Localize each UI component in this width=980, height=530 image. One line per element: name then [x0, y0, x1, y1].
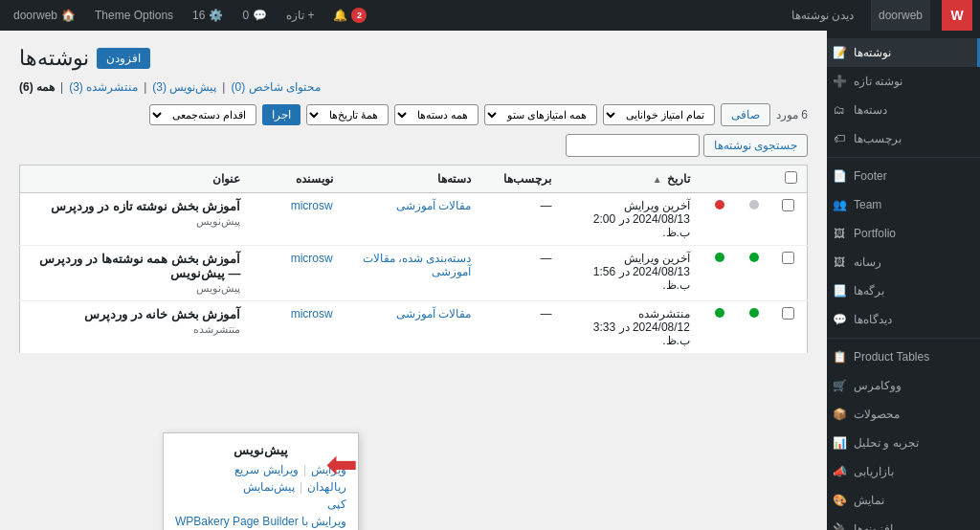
- date-sort-icon: ▲: [653, 174, 662, 185]
- table-row: آخرین ویرایش 2024/08/13 در 2:00 ب.ظ. — م…: [20, 193, 808, 246]
- sidebar-item-analytics[interactable]: تجربه و تحلیل 📊: [827, 429, 980, 457]
- page-title-area: افزودن نوشته‌ها: [19, 46, 808, 71]
- adminbar-notifications[interactable]: 2 🔔: [327, 0, 372, 31]
- pages-icon: 📃: [831, 282, 848, 299]
- amtiyazat-filter[interactable]: همه امتیازهای ستو: [484, 104, 597, 125]
- popup-item-copy[interactable]: کپی: [175, 497, 346, 511]
- adminbar-site[interactable]: 🏠 doorweb: [8, 0, 81, 31]
- row-2-status: پیش‌نویس: [30, 282, 240, 295]
- row-2-title: آموزش بخش همه نوشته‌ها در وردپرس — پیش‌ن…: [20, 246, 251, 301]
- col-title-header: عنوان: [20, 166, 251, 193]
- sidebar-item-posts[interactable]: نوشته‌ها 📝: [827, 38, 980, 67]
- all-tab[interactable]: همه (6): [19, 80, 55, 94]
- row-1-author: microsw: [250, 193, 342, 246]
- dot-green-icon-4: [715, 308, 724, 318]
- categories-icon: 🗂: [831, 101, 848, 119]
- sidebar-item-marketing[interactable]: بازاریابی 📣: [827, 457, 980, 486]
- row-3-categories: مقالات آموزشی: [343, 301, 480, 354]
- select-all-checkbox[interactable]: [785, 171, 797, 184]
- comments-sidebar-icon: 💬: [831, 311, 848, 328]
- apply-button[interactable]: اجرا: [262, 104, 301, 125]
- tablenav-right: 6 مورد صافی تمام امتیاز خوانایی همه امتی…: [149, 103, 808, 126]
- products-icon: 📦: [831, 406, 848, 423]
- adminbar-view-posts[interactable]: دیدن نوشته‌ها: [786, 0, 859, 31]
- sidebar-item-pages[interactable]: برگه‌ها 📃: [827, 276, 980, 305]
- count-label: 6 مورد: [776, 108, 808, 121]
- product-tables-icon: 📋: [831, 348, 848, 365]
- sidebar-item-product-tables[interactable]: Product Tables 📋: [827, 342, 980, 371]
- sidebar-item-woocommerce[interactable]: ووکامرس 🛒: [827, 371, 980, 400]
- menu-separator-1: [827, 157, 980, 158]
- row-1-status: پیش‌نویس: [30, 215, 240, 228]
- title-actions: افزودن: [97, 48, 150, 69]
- adminbar-left: W doorweb دیدن نوشته‌ها: [786, 0, 972, 31]
- adminbar-theme-options[interactable]: Theme Options: [89, 0, 179, 31]
- sidebar-item-plugins[interactable]: افزونه‌ها 🔌: [827, 515, 980, 530]
- row-1-checkbox[interactable]: [782, 199, 794, 211]
- row-2-dot1: [734, 246, 768, 301]
- adminbar-comments[interactable]: 💬 0: [236, 0, 273, 31]
- row-3-status: منتشرشده: [30, 323, 240, 336]
- col-tags-header: برچسب‌ها: [480, 166, 561, 193]
- published-tab[interactable]: منتشرشده (3): [69, 80, 138, 94]
- row-checkbox-1: [768, 193, 807, 246]
- adminbar-new[interactable]: + تازه: [280, 0, 320, 31]
- row-2-author: microsw: [250, 246, 342, 301]
- col-date-header[interactable]: تاریخ ▲: [561, 166, 699, 193]
- filter-button[interactable]: صافی: [721, 103, 770, 126]
- sidebar-item-portfolio[interactable]: Portfolio 🖼: [827, 219, 980, 248]
- col-author-header: نویسنده: [250, 166, 342, 193]
- plugins-icon: 🔌: [831, 520, 848, 530]
- posts-icon: 📝: [831, 44, 848, 61]
- tablenav-top: 6 مورد صافی تمام امتیاز خوانایی همه امتی…: [19, 103, 808, 157]
- sidebar-item-comments[interactable]: دیدگاه‌ها 💬: [827, 305, 980, 334]
- table-row: آخرین ویرایش 2024/08/13 در 1:56 ب.ظ. — د…: [20, 246, 808, 301]
- popup-item-trash[interactable]: ریالهدان | پیش‌نمایش: [175, 480, 346, 494]
- analytics-icon: 📊: [831, 434, 848, 452]
- search-input[interactable]: [566, 134, 700, 157]
- wp-logo[interactable]: W: [942, 0, 972, 31]
- sidebar-item-new-post[interactable]: نوشته تازه ➕: [827, 67, 980, 96]
- footer-icon: 📄: [831, 167, 848, 185]
- sidebar-item-products[interactable]: محصولات 📦: [827, 400, 980, 429]
- bulk-action-select[interactable]: اقدام دسته‌جمعی: [149, 104, 256, 125]
- col-status1: [700, 166, 734, 193]
- row-2-dot2: [700, 246, 734, 301]
- row-1-dot2: [700, 193, 734, 246]
- draft-tab[interactable]: پیش‌نویس (3): [152, 80, 216, 94]
- filter-tabs: محتوای شاخص (0) | پیش‌نویس (3) | منتشرشد…: [19, 80, 808, 94]
- row-3-dot2: [700, 301, 734, 354]
- comments-icon: 💬: [253, 9, 267, 22]
- page-title: نوشته‌ها: [19, 46, 89, 71]
- table-header-row: تاریخ ▲ برچسب‌ها دسته‌ها نویسنده عنوان: [20, 166, 808, 193]
- add-new-button[interactable]: افزودن: [97, 48, 150, 69]
- popup-item-wpbakery[interactable]: ویرایش با WPBakery Page Builder: [175, 515, 346, 528]
- sidebar-item-appearance[interactable]: نمایش 🎨: [827, 486, 980, 515]
- team-icon: 👥: [831, 196, 848, 213]
- categories-filter[interactable]: همه دسته‌ها: [394, 104, 479, 125]
- row-2-date: آخرین ویرایش 2024/08/13 در 1:56 ب.ظ.: [561, 246, 699, 301]
- col-cats-header: دسته‌ها: [343, 166, 480, 193]
- red-arrow: ➡: [325, 442, 358, 486]
- row-2-categories: دسته‌بندی شده، مقالات آموزشی: [343, 246, 480, 301]
- featured-tab[interactable]: محتوای شاخص (0): [231, 80, 320, 94]
- row-1-title: آموزش بخش نوشته تازه در وردپرس پیش‌نویس: [20, 193, 251, 246]
- sidebar-item-media[interactable]: رسانه 🖼: [827, 248, 980, 276]
- readability-filter[interactable]: تمام امتیاز خوانایی: [603, 104, 715, 125]
- row-3-checkbox[interactable]: [782, 307, 794, 320]
- sidebar-item-tags[interactable]: برچسب‌ها 🏷: [827, 124, 980, 153]
- sidebar-item-categories[interactable]: دسته‌ها 🗂: [827, 96, 980, 124]
- site-name[interactable]: doorweb: [871, 0, 930, 31]
- sidebar-item-footer[interactable]: Footer 📄: [827, 162, 980, 190]
- row-3-title: آموزش بخش خانه در وردپرس منتشرشده: [20, 301, 251, 354]
- sidebar-item-team[interactable]: Team 👥: [827, 190, 980, 219]
- search-posts-button[interactable]: جستجوی نوشته‌ها: [703, 134, 808, 157]
- search-box: جستجوی نوشته‌ها: [566, 134, 808, 157]
- dot-green-icon-3: [749, 308, 759, 318]
- popup-item-edit[interactable]: ویرایش | ویرایش سریع: [175, 463, 346, 476]
- row-2-checkbox[interactable]: [782, 252, 794, 264]
- marketing-icon: 📣: [831, 463, 848, 480]
- adminbar-updates[interactable]: ⚙️ 16: [187, 0, 229, 31]
- new-post-icon: ➕: [831, 73, 848, 90]
- dates-filter[interactable]: همهٔ تاریخ‌ها: [306, 104, 389, 125]
